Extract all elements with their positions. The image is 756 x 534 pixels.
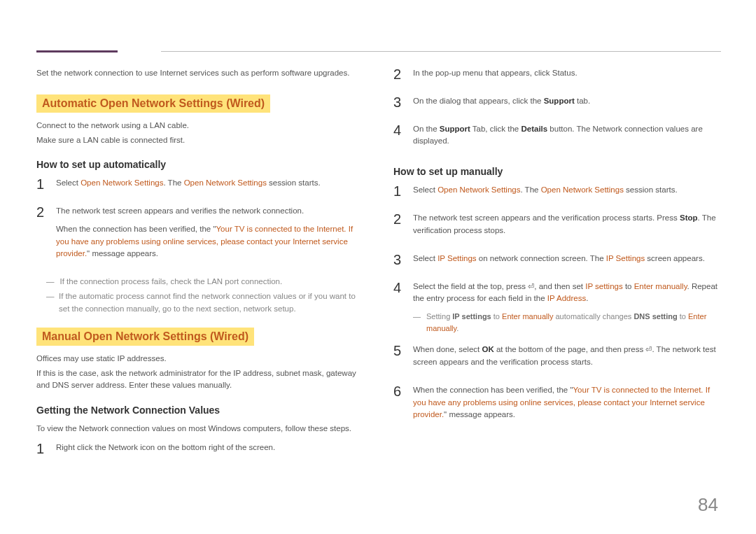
step-number: 1: [36, 442, 46, 460]
step-number: 2: [393, 67, 403, 85]
text: .: [586, 294, 588, 302]
highlighted-term: Open Network Settings: [80, 178, 163, 187]
step-body: Right click the Network icon on the bott…: [56, 442, 364, 460]
text: session starts.: [624, 185, 678, 194]
bold-term: Details: [521, 125, 547, 133]
highlighted-term: Open Network Settings: [184, 178, 267, 187]
step-number: 1: [393, 184, 403, 202]
page-number: 84: [698, 494, 718, 516]
step-body: Select IP Settings on network connection…: [413, 253, 721, 271]
subheading-manual-setup: How to set up manually: [393, 166, 721, 177]
bold-term: Support: [544, 97, 575, 105]
step-item: 2 The network test screen appears and ve…: [36, 205, 364, 266]
step-number: 5: [393, 344, 403, 374]
step-item: 5 When done, select OK at the bottom of …: [393, 344, 721, 374]
text: Select the field at the top, press: [413, 282, 528, 290]
step-number: 3: [393, 95, 403, 113]
text: When the connection has been verified, t…: [413, 386, 573, 394]
step-number: 3: [393, 253, 403, 271]
paragraph: Make sure a LAN cable is connected first…: [36, 134, 364, 146]
text: " message appears.: [87, 249, 158, 258]
step-body: When done, select OK at the bottom of th…: [413, 344, 721, 374]
step-body: The network test screen appears and veri…: [56, 205, 364, 266]
bold-term: Support: [440, 125, 470, 133]
text: On the dialog that appears, click the: [413, 97, 544, 105]
text: at the bottom of the page, and then pres…: [494, 345, 646, 353]
text: Select: [413, 254, 438, 262]
bold-term: DNS setting: [634, 312, 677, 321]
text: on network connection screen. The: [477, 254, 606, 262]
bold-term: IP settings: [452, 312, 491, 321]
text: .: [456, 324, 458, 332]
subheading-auto-setup: How to set up automatically: [36, 159, 364, 170]
paragraph: To view the Network connection values on…: [36, 423, 364, 435]
horizontal-rule: [161, 51, 721, 52]
dash-icon: ―: [46, 276, 55, 288]
text: When done, select: [413, 345, 482, 353]
step-body: In the pop-up menu that appears, click S…: [413, 67, 721, 85]
text: . The: [163, 178, 183, 187]
text: When the connection has been verified, t…: [56, 225, 216, 233]
text: " message appears.: [444, 410, 515, 419]
note-text: If the automatic process cannot find the…: [59, 290, 364, 315]
step-item: 3 Select IP Settings on network connecti…: [393, 253, 721, 271]
step-item: 1 Select Open Network Settings. The Open…: [393, 184, 721, 202]
note-item: ― Setting IP settings to Enter manually …: [413, 311, 721, 334]
step-number: 6: [393, 384, 403, 427]
text: tab.: [575, 97, 590, 105]
left-column: Set the network connection to use Intern…: [36, 67, 364, 470]
text: Select: [56, 178, 80, 187]
step-body: On the Support Tab, click the Details bu…: [413, 123, 721, 154]
highlighted-term: IP Address: [547, 294, 586, 302]
text: session starts.: [267, 178, 321, 187]
note-text: Setting IP settings to Enter manually au…: [426, 311, 721, 334]
note-item: ― If the automatic process cannot find t…: [46, 290, 364, 315]
text: Right click the Network icon on the bott…: [56, 442, 364, 454]
highlighted-term: Enter manually: [634, 282, 687, 290]
highlighted-term: IP Settings: [606, 254, 645, 262]
paragraph: If this is the case, ask the network adm…: [36, 367, 364, 392]
step-item: 3 On the dialog that appears, click the …: [393, 95, 721, 113]
step-body: The network test screen appears and the …: [413, 212, 721, 243]
step-item: 1 Select Open Network Settings. The Open…: [36, 177, 364, 195]
bold-term: Stop: [680, 213, 698, 222]
step-number: 4: [393, 281, 403, 335]
section-heading-manual: Manual Open Network Settings (Wired): [36, 328, 254, 346]
text: The network test screen appears and veri…: [56, 205, 364, 218]
step-item: 6 When the connection has been verified,…: [393, 384, 721, 427]
text: The network test screen appears and the …: [413, 213, 680, 222]
text: In the pop-up menu that appears, click S…: [413, 67, 721, 80]
subheading-get-values: Getting the Network Connection Values: [36, 405, 364, 416]
highlighted-term: Open Network Settings: [438, 185, 520, 194]
right-column: 2 In the pop-up menu that appears, click…: [393, 67, 721, 470]
step-body: When the connection has been verified, t…: [413, 384, 721, 427]
accent-bar: [36, 50, 118, 52]
text: to: [623, 282, 634, 290]
section-heading-auto: Automatic Open Network Settings (Wired): [36, 94, 270, 113]
text: screen appears.: [645, 254, 705, 262]
text: to: [491, 312, 502, 321]
paragraph: Connect to the network using a LAN cable…: [36, 120, 364, 132]
step-item: 1 Right click the Network icon on the bo…: [36, 442, 364, 460]
bold-term: OK: [482, 345, 493, 353]
step-body: Select Open Network Settings. The Open N…: [56, 177, 364, 195]
highlighted-term: IP settings: [585, 282, 623, 290]
text: to: [678, 312, 688, 321]
step-number: 1: [36, 177, 46, 195]
step-item: 4 Select the field at the top, press ⏎, …: [393, 281, 721, 335]
text: automatically changes: [553, 312, 634, 321]
highlighted-term: Open Network Settings: [541, 185, 624, 194]
dash-icon: ―: [46, 290, 53, 315]
step-body: Select the field at the top, press ⏎, an…: [413, 281, 721, 335]
highlighted-term: Enter manually: [502, 312, 553, 321]
highlighted-term: IP Settings: [438, 254, 476, 262]
paragraph: Offices may use static IP addresses.: [36, 353, 364, 365]
step-body: On the dialog that appears, click the Su…: [413, 95, 721, 113]
dash-icon: ―: [413, 311, 421, 334]
content-columns: Set the network connection to use Intern…: [36, 67, 721, 470]
step-number: 4: [393, 123, 403, 154]
text: Setting: [426, 312, 452, 321]
text: , and then set: [534, 282, 585, 290]
note-text: If the connection process fails, check t…: [60, 276, 283, 288]
step-item: 4 On the Support Tab, click the Details …: [393, 123, 721, 154]
